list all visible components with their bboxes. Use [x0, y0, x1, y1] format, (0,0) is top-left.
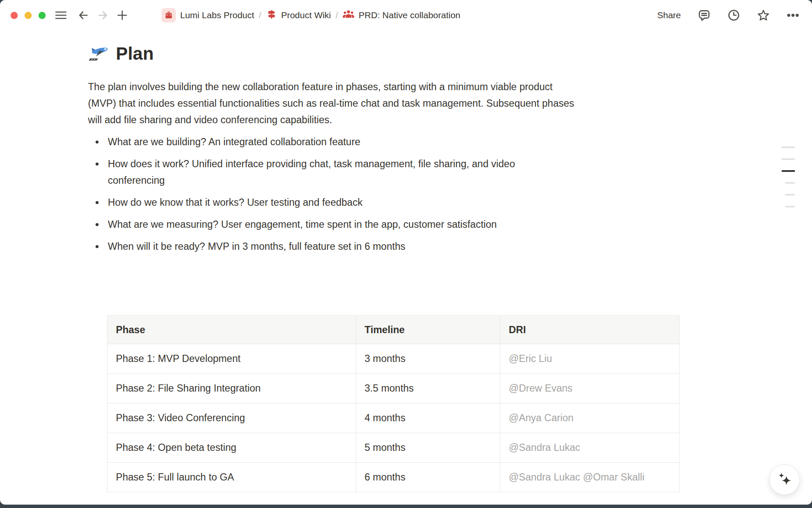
- comments-icon: [698, 9, 710, 22]
- updates-clock-icon: [727, 9, 740, 22]
- column-header-phase[interactable]: Phase: [107, 316, 356, 344]
- sidebar-menu-button[interactable]: [55, 11, 67, 20]
- timeline-cell[interactable]: 3 months: [356, 344, 500, 374]
- bullet-marker: [96, 141, 99, 144]
- list-item-text: When will it be ready? MVP in 3 months, …: [108, 241, 406, 252]
- airplane-departure-icon: [88, 41, 109, 66]
- bullet-marker: [96, 201, 99, 204]
- titlebar-actions: Share: [657, 9, 799, 22]
- phase-cell[interactable]: Phase 4: Open beta testing: [107, 433, 356, 463]
- questions-list: What are we building? An integrated coll…: [88, 134, 574, 255]
- outline-line[interactable]: [785, 194, 795, 196]
- outline-line[interactable]: [785, 182, 795, 184]
- outline-line-active[interactable]: [782, 170, 795, 172]
- ai-assistant-button[interactable]: [769, 464, 800, 495]
- breadcrumb-item-workspace[interactable]: Lumi Labs Product: [162, 8, 254, 22]
- breadcrumb-label: Lumi Labs Product: [180, 10, 254, 20]
- hamburger-icon: [55, 11, 67, 20]
- close-window-button[interactable]: [11, 12, 18, 19]
- list-item-text: How does it work? Unified interface prov…: [108, 158, 515, 186]
- table-row: Phase 5: Full launch to GA 6 months @San…: [107, 463, 680, 492]
- titlebar: Lumi Labs Product / Product Wiki /: [0, 0, 812, 30]
- page-content: Plan The plan involves building the new …: [0, 30, 812, 492]
- phase-cell[interactable]: Phase 1: MVP Development: [107, 344, 356, 374]
- list-item-text: What are we measuring? User engagement, …: [108, 219, 497, 230]
- navigate-forward-button[interactable]: [97, 10, 108, 20]
- app-window: Lumi Labs Product / Product Wiki /: [0, 0, 812, 505]
- column-header-timeline[interactable]: Timeline: [356, 316, 500, 344]
- dri-cell[interactable]: @Eric Liu: [500, 344, 680, 374]
- list-item[interactable]: How do we know that it works? User testi…: [88, 194, 574, 211]
- bullet-marker: [96, 163, 99, 166]
- more-options-icon: [787, 9, 799, 22]
- more-options-button[interactable]: [787, 9, 799, 22]
- dri-cell[interactable]: @Sandra Lukac: [500, 433, 680, 463]
- table-header-row: Phase Timeline DRI: [107, 316, 680, 344]
- table-row: Phase 2: File Sharing Integration 3.5 mo…: [107, 374, 680, 403]
- updates-button[interactable]: [727, 9, 740, 22]
- dri-cell[interactable]: @Sandra Lukac @Omar Skalli: [500, 463, 680, 492]
- breadcrumb: Lumi Labs Product / Product Wiki /: [162, 8, 461, 22]
- share-button[interactable]: Share: [657, 10, 681, 20]
- arrow-left-icon: [78, 10, 89, 20]
- timeline-cell[interactable]: 3.5 months: [356, 374, 500, 403]
- phase-cell[interactable]: Phase 2: File Sharing Integration: [107, 374, 356, 403]
- people-group-icon: [343, 9, 354, 22]
- navigate-back-button[interactable]: [78, 10, 89, 20]
- plus-icon: [117, 10, 128, 21]
- window-controls: [11, 12, 46, 19]
- timeline-cell[interactable]: 5 months: [356, 433, 500, 463]
- document-outline-indicator[interactable]: [782, 146, 795, 218]
- list-item-text: How do we know that it works? User testi…: [108, 197, 362, 208]
- breadcrumb-separator: /: [259, 11, 261, 20]
- outline-line[interactable]: [785, 206, 795, 207]
- page-title-text: Plan: [116, 44, 154, 64]
- phase-cell[interactable]: Phase 5: Full launch to GA: [107, 463, 356, 492]
- timeline-cell[interactable]: 4 months: [356, 403, 500, 433]
- favorite-button[interactable]: [757, 9, 770, 22]
- table-row: Phase 3: Video Conferencing 4 months @An…: [107, 403, 680, 433]
- signpost-icon: [266, 9, 277, 22]
- page-title[interactable]: Plan: [88, 41, 812, 66]
- briefcase-icon: [162, 8, 176, 22]
- outline-line[interactable]: [782, 158, 795, 160]
- breadcrumb-label: Product Wiki: [281, 10, 331, 20]
- table-row: Phase 4: Open beta testing 5 months @San…: [107, 433, 680, 463]
- outline-line[interactable]: [782, 146, 795, 148]
- sparkles-icon: [776, 471, 793, 489]
- breadcrumb-item-product-wiki[interactable]: Product Wiki: [266, 9, 331, 22]
- bullet-marker: [96, 245, 99, 248]
- timeline-cell[interactable]: 6 months: [356, 463, 500, 492]
- comments-button[interactable]: [698, 9, 710, 22]
- breadcrumb-separator: /: [336, 11, 338, 20]
- column-header-dri[interactable]: DRI: [500, 316, 680, 344]
- bullet-marker: [96, 223, 99, 226]
- list-item[interactable]: How does it work? Unified interface prov…: [88, 156, 574, 189]
- breadcrumb-label: PRD: Native collaboration: [359, 10, 460, 20]
- minimize-window-button[interactable]: [25, 12, 32, 19]
- favorite-star-icon: [757, 9, 770, 22]
- phases-table: Phase Timeline DRI Phase 1: MVP Developm…: [107, 315, 680, 492]
- list-item[interactable]: What are we measuring? User engagement, …: [88, 216, 574, 233]
- table-row: Phase 1: MVP Development 3 months @Eric …: [107, 344, 680, 374]
- new-page-button[interactable]: [117, 10, 128, 21]
- list-item[interactable]: What are we building? An integrated coll…: [88, 134, 574, 150]
- list-item[interactable]: When will it be ready? MVP in 3 months, …: [88, 238, 574, 255]
- arrow-right-icon: [97, 10, 108, 20]
- dri-cell[interactable]: @Drew Evans: [500, 374, 680, 403]
- zoom-window-button[interactable]: [38, 12, 46, 19]
- dri-cell[interactable]: @Anya Carion: [500, 403, 680, 433]
- intro-paragraph[interactable]: The plan involves building the new colla…: [88, 79, 576, 128]
- list-item-text: What are we building? An integrated coll…: [108, 136, 360, 147]
- phase-cell[interactable]: Phase 3: Video Conferencing: [107, 403, 356, 433]
- breadcrumb-item-prd[interactable]: PRD: Native collaboration: [343, 9, 460, 22]
